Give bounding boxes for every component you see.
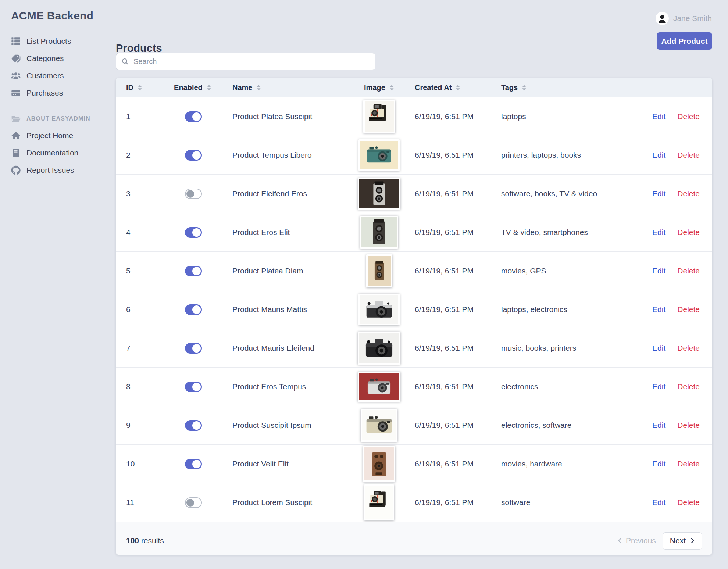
enabled-toggle[interactable] bbox=[185, 227, 202, 238]
enabled-toggle[interactable] bbox=[185, 304, 202, 315]
credit-card-icon bbox=[11, 88, 21, 98]
cell-image bbox=[354, 100, 404, 133]
column-header-id[interactable]: ID bbox=[116, 83, 164, 92]
cell-image bbox=[354, 484, 404, 520]
cell-actions: Edit Delete bbox=[649, 305, 712, 314]
sidebar-item-documentation[interactable]: Documentation bbox=[11, 144, 110, 161]
cell-actions: Edit Delete bbox=[649, 498, 712, 507]
product-photo bbox=[358, 139, 400, 171]
sidebar-item-project-home[interactable]: Project Home bbox=[11, 127, 110, 144]
cell-created-at: 6/19/19, 6:51 PM bbox=[404, 112, 491, 121]
edit-link[interactable]: Edit bbox=[652, 421, 665, 430]
delete-link[interactable]: Delete bbox=[677, 421, 700, 430]
column-header-tags[interactable]: Tags bbox=[491, 83, 649, 92]
next-page-button[interactable]: Next bbox=[663, 532, 702, 550]
cell-enabled bbox=[164, 343, 222, 354]
table-row: 6 Product Mauris Mattis 6/19/19, 6:51 PM… bbox=[116, 290, 712, 329]
cell-name: Product Suscipit Ipsum bbox=[222, 421, 354, 430]
cell-created-at: 6/19/19, 6:51 PM bbox=[404, 151, 491, 160]
edit-link[interactable]: Edit bbox=[652, 459, 665, 468]
edit-link[interactable]: Edit bbox=[652, 189, 665, 198]
sidebar-item-list-products[interactable]: List Products bbox=[11, 32, 110, 50]
product-photo bbox=[360, 216, 398, 249]
edit-link[interactable]: Edit bbox=[652, 382, 665, 391]
delete-link[interactable]: Delete bbox=[677, 382, 700, 391]
edit-link[interactable]: Edit bbox=[652, 305, 665, 314]
toggle-knob bbox=[192, 112, 201, 121]
cell-image bbox=[354, 332, 404, 365]
toggle-knob bbox=[186, 499, 194, 507]
enabled-toggle[interactable] bbox=[185, 459, 202, 469]
sidebar-item-label: Report Issues bbox=[26, 166, 74, 175]
delete-link[interactable]: Delete bbox=[677, 266, 700, 275]
cell-name: Product Eros Tempus bbox=[222, 382, 354, 391]
delete-link[interactable]: Delete bbox=[677, 112, 700, 121]
table-body: 1 Product Platea Suscipit 6/19/19, 6:51 … bbox=[116, 97, 712, 522]
sidebar-item-report-issues[interactable]: Report Issues bbox=[11, 161, 110, 179]
product-photo bbox=[361, 409, 397, 442]
cell-actions: Edit Delete bbox=[649, 382, 712, 391]
delete-link[interactable]: Delete bbox=[677, 228, 700, 237]
users-icon bbox=[11, 71, 21, 80]
delete-link[interactable]: Delete bbox=[677, 189, 700, 198]
delete-link[interactable]: Delete bbox=[677, 459, 700, 468]
cell-tags: software, books, TV & video bbox=[491, 189, 649, 198]
previous-page-link[interactable]: Previous bbox=[617, 536, 656, 545]
sort-arrows-icon bbox=[389, 85, 394, 91]
cell-created-at: 6/19/19, 6:51 PM bbox=[404, 459, 491, 468]
toggle-knob bbox=[192, 421, 201, 430]
enabled-toggle[interactable] bbox=[185, 497, 202, 508]
search-input[interactable] bbox=[133, 57, 370, 66]
enabled-toggle[interactable] bbox=[185, 382, 202, 392]
book-icon bbox=[11, 148, 21, 158]
toggle-knob bbox=[192, 305, 201, 314]
cell-image bbox=[354, 139, 404, 171]
sidebar-item-categories[interactable]: Categories bbox=[11, 50, 110, 67]
enabled-toggle[interactable] bbox=[185, 343, 202, 354]
sidebar-section-about: ABOUT EASYADMIN bbox=[11, 110, 90, 127]
cell-actions: Edit Delete bbox=[649, 112, 712, 121]
chevron-left-icon bbox=[617, 538, 622, 544]
enabled-toggle[interactable] bbox=[185, 420, 202, 431]
products-table-card: ID Enabled Name Image Created At Tags 1 bbox=[116, 78, 712, 555]
table-row: 11 Product Lorem Suscipit 6/19/19, 6:51 … bbox=[116, 483, 712, 522]
cell-actions: Edit Delete bbox=[649, 421, 712, 430]
cell-enabled bbox=[164, 111, 222, 122]
cell-id: 11 bbox=[116, 498, 164, 507]
enabled-toggle[interactable] bbox=[185, 111, 202, 122]
delete-link[interactable]: Delete bbox=[677, 344, 700, 353]
table-row: 7 Product Mauris Eleifend 6/19/19, 6:51 … bbox=[116, 329, 712, 368]
chevron-right-icon bbox=[690, 538, 695, 544]
column-header-enabled[interactable]: Enabled bbox=[164, 83, 222, 92]
delete-link[interactable]: Delete bbox=[677, 498, 700, 507]
table-row: 5 Product Platea Diam 6/19/19, 6:51 PM m… bbox=[116, 252, 712, 290]
add-product-button[interactable]: Add Product bbox=[657, 32, 712, 50]
cell-created-at: 6/19/19, 6:51 PM bbox=[404, 498, 491, 507]
delete-link[interactable]: Delete bbox=[677, 151, 700, 160]
cell-id: 2 bbox=[116, 151, 164, 160]
enabled-toggle[interactable] bbox=[185, 266, 202, 276]
cell-name: Product Velit Elit bbox=[222, 459, 354, 468]
delete-link[interactable]: Delete bbox=[677, 305, 700, 314]
sidebar-main-nav: List Products Categories Customers Purch… bbox=[11, 32, 110, 101]
sidebar-item-purchases[interactable]: Purchases bbox=[11, 84, 110, 101]
edit-link[interactable]: Edit bbox=[652, 266, 665, 275]
cell-tags: music, books, printers bbox=[491, 344, 649, 353]
user-menu[interactable]: Jane Smith bbox=[656, 12, 712, 25]
column-header-name[interactable]: Name bbox=[222, 83, 354, 92]
enabled-toggle[interactable] bbox=[185, 150, 202, 161]
column-header-created-at[interactable]: Created At bbox=[404, 83, 491, 92]
edit-link[interactable]: Edit bbox=[652, 344, 665, 353]
column-header-image[interactable]: Image bbox=[354, 83, 404, 92]
cell-name: Product Eleifend Eros bbox=[222, 189, 354, 198]
enabled-toggle[interactable] bbox=[185, 189, 202, 199]
edit-link[interactable]: Edit bbox=[652, 228, 665, 237]
edit-link[interactable]: Edit bbox=[652, 498, 665, 507]
edit-link[interactable]: Edit bbox=[652, 151, 665, 160]
sidebar-item-label: Purchases bbox=[26, 89, 63, 97]
table-row: 1 Product Platea Suscipit 6/19/19, 6:51 … bbox=[116, 97, 712, 136]
sidebar-item-customers[interactable]: Customers bbox=[11, 67, 110, 84]
table-row: 4 Product Eros Elit 6/19/19, 6:51 PM TV … bbox=[116, 213, 712, 252]
edit-link[interactable]: Edit bbox=[652, 112, 665, 121]
cell-id: 7 bbox=[116, 344, 164, 353]
